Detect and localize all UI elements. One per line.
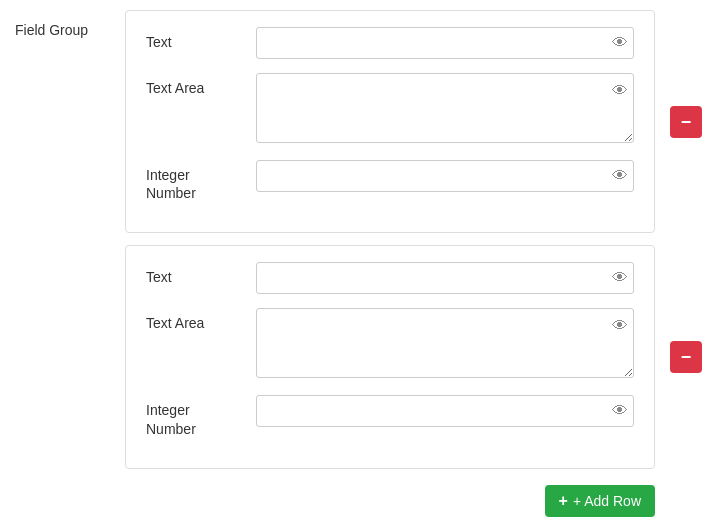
eye-icon-integer-1[interactable]: 👁 bbox=[612, 168, 628, 184]
integer-input-1[interactable] bbox=[256, 160, 634, 192]
integer-input-wrapper-2: 👁 bbox=[256, 395, 634, 427]
text-label-2: Text bbox=[146, 262, 256, 286]
textarea-label: Text Area bbox=[146, 73, 256, 97]
field-group-label: Field Group bbox=[15, 10, 105, 38]
form-field-integer: IntegerNumber 👁 bbox=[146, 160, 634, 202]
remove-row-button-1[interactable]: − bbox=[670, 106, 702, 138]
plus-icon: + bbox=[559, 492, 568, 510]
eye-icon-textarea-1[interactable]: 👁 bbox=[612, 83, 628, 99]
row-card: Text 👁 Text Area 👁 IntegerNumber bbox=[125, 10, 655, 233]
add-row-container: + + Add Row bbox=[125, 485, 655, 517]
integer-input-2[interactable] bbox=[256, 395, 634, 427]
integer-input-wrapper: 👁 bbox=[256, 160, 634, 192]
text-input-2[interactable] bbox=[256, 262, 634, 294]
add-row-button[interactable]: + + Add Row bbox=[545, 485, 655, 517]
textarea-input-wrapper-2: 👁 bbox=[256, 308, 634, 381]
eye-icon-text-1[interactable]: 👁 bbox=[612, 35, 628, 51]
textarea-input-2[interactable] bbox=[256, 308, 634, 378]
integer-label-2: IntegerNumber bbox=[146, 395, 256, 437]
eye-icon-text-2[interactable]: 👁 bbox=[612, 270, 628, 286]
text-input-wrapper-2: 👁 bbox=[256, 262, 634, 294]
integer-label: IntegerNumber bbox=[146, 160, 256, 202]
page-container: Field Group Text 👁 Text Area 👁 bbox=[15, 10, 705, 517]
text-input-wrapper: 👁 bbox=[256, 27, 634, 59]
add-row-label: + Add Row bbox=[573, 493, 641, 509]
textarea-input-wrapper: 👁 bbox=[256, 73, 634, 146]
textarea-label-2: Text Area bbox=[146, 308, 256, 332]
eye-icon-integer-2[interactable]: 👁 bbox=[612, 403, 628, 419]
text-input-1[interactable] bbox=[256, 27, 634, 59]
row-card-2: Text 👁 Text Area 👁 IntegerNumber bbox=[125, 245, 655, 468]
form-field-integer-2: IntegerNumber 👁 bbox=[146, 395, 634, 437]
form-field-textarea-2: Text Area 👁 bbox=[146, 308, 634, 381]
form-field-text-2: Text 👁 bbox=[146, 262, 634, 294]
form-field-textarea: Text Area 👁 bbox=[146, 73, 634, 146]
text-label: Text bbox=[146, 27, 256, 51]
textarea-input-1[interactable] bbox=[256, 73, 634, 143]
form-field-text: Text 👁 bbox=[146, 27, 634, 59]
remove-row-button-2[interactable]: − bbox=[670, 341, 702, 373]
eye-icon-textarea-2[interactable]: 👁 bbox=[612, 318, 628, 334]
